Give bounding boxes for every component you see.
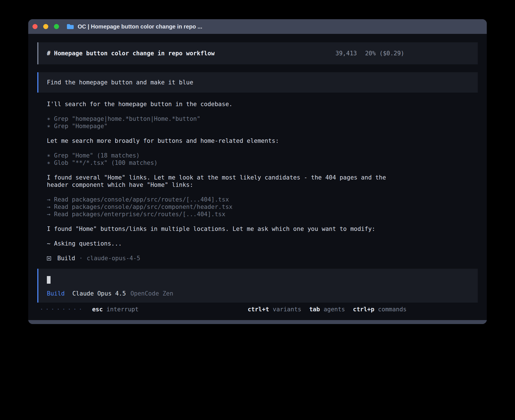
input-mode-badge[interactable]: Build — [47, 290, 65, 297]
tool-call-glob: ∗ Glob "**/*.tsx" (100 matches) — [37, 159, 407, 167]
minimize-button[interactable] — [43, 24, 48, 29]
session-header: # Homepage button color change in repo w… — [37, 42, 478, 64]
status-left: ········ esc interrupt — [40, 306, 139, 313]
hint-label: variants — [273, 306, 301, 313]
working-status: ~ Asking questions... — [37, 240, 407, 247]
window-title: OC | Homepage button color change in rep… — [78, 23, 202, 30]
input-model-name[interactable]: Claude Opus 4.5 — [72, 290, 126, 297]
terminal-viewport[interactable]: # Homepage button color change in repo w… — [28, 34, 487, 320]
user-message-text: Find the homepage button and make it blu… — [47, 79, 193, 86]
tool-call-group: ∗ Grep "Home" (18 matches) ∗ Glob "**/*.… — [37, 152, 478, 167]
hint-label: interrupt — [106, 306, 139, 313]
traffic-lights — [32, 24, 59, 29]
agent-icon — [47, 256, 51, 261]
agent-model: claude-opus-4-5 — [87, 255, 140, 262]
text-cursor — [47, 276, 51, 284]
close-button[interactable] — [32, 24, 38, 29]
progress-dots: ········ — [40, 306, 84, 313]
hint-key: tab — [309, 306, 320, 313]
tool-call-grep: ∗ Grep "Homepage" — [37, 123, 407, 130]
session-stats: 39,413 20% ($0.29) — [335, 50, 404, 57]
input-meta-row: Build Claude Opus 4.5 OpenCode Zen — [47, 290, 469, 297]
context-cost: 20% ($0.29) — [365, 50, 404, 57]
app-window: OC | Homepage button color change in rep… — [28, 19, 487, 324]
assistant-paragraph: I found "Home" buttons/links in multiple… — [37, 225, 407, 233]
tool-call-read: → Read packages/console/app/src/routes/[… — [37, 196, 407, 203]
user-message: Find the homepage button and make it blu… — [37, 72, 478, 93]
status-right: ctrl+t variants tab agents ctrl+p comman… — [248, 306, 407, 313]
hint-variants: ctrl+t variants — [248, 306, 301, 313]
folder-icon — [66, 23, 74, 30]
hint-key: ctrl+t — [248, 306, 269, 313]
hint-interrupt: esc interrupt — [92, 306, 139, 313]
titlebar[interactable]: OC | Homepage button color change in rep… — [28, 19, 487, 34]
agent-line: Build · claude-opus-4-5 — [37, 255, 478, 262]
hint-commands: ctrl+p commands — [353, 306, 407, 313]
hint-key: esc — [92, 306, 103, 313]
hint-agents: tab agents — [309, 306, 345, 313]
assistant-paragraph: I found several "Home" links. Let me loo… — [37, 174, 407, 189]
tool-call-read: → Read packages/console/app/src/componen… — [37, 203, 407, 211]
hint-label: agents — [324, 306, 345, 313]
tool-call-group: → Read packages/console/app/src/routes/[… — [37, 196, 478, 218]
hint-label: commands — [378, 306, 407, 313]
tool-call-group: ∗ Grep "homepage|home.*button|Home.*butt… — [37, 115, 478, 130]
tool-call-read: → Read packages/enterprise/src/routes/[.… — [37, 211, 407, 218]
prompt-input[interactable]: Build Claude Opus 4.5 OpenCode Zen — [37, 269, 478, 303]
window-title-group: OC | Homepage button color change in rep… — [66, 23, 202, 30]
assistant-paragraph: Let me search more broadly for buttons a… — [37, 137, 407, 145]
tool-call-grep: ∗ Grep "homepage|home.*button|Home.*butt… — [37, 115, 407, 123]
status-bar: ········ esc interrupt ctrl+t variants t… — [37, 303, 478, 320]
input-provider-name: OpenCode Zen — [130, 290, 173, 297]
agent-separator: · — [79, 255, 83, 262]
hint-key: ctrl+p — [353, 306, 374, 313]
zoom-button[interactable] — [54, 24, 59, 29]
tool-call-grep: ∗ Grep "Home" (18 matches) — [37, 152, 407, 159]
agent-name: Build — [57, 255, 75, 262]
token-count: 39,413 — [335, 50, 357, 57]
session-title: # Homepage button color change in repo w… — [47, 50, 215, 57]
window-bottom-edge — [28, 320, 487, 324]
assistant-paragraph: I'll search for the homepage button in t… — [37, 100, 407, 108]
